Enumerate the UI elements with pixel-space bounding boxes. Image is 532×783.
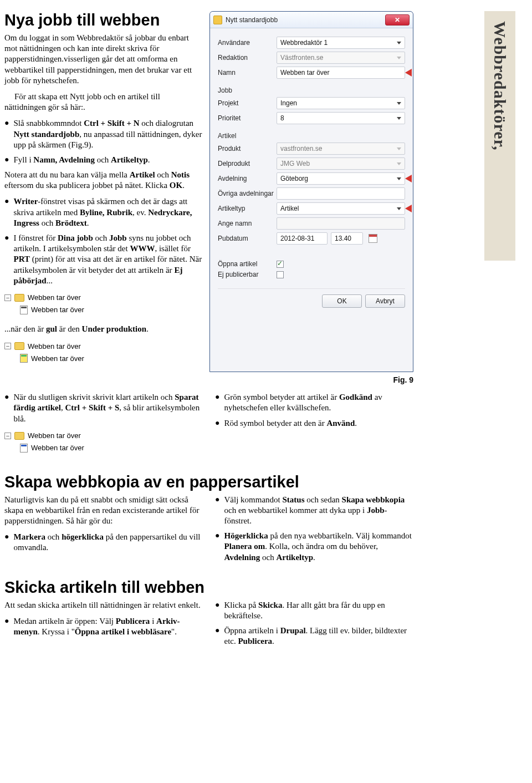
bullet-icon: ● (215, 392, 219, 413)
lbl-ejpub: Ej publicerbar (218, 271, 277, 278)
tree-3: –Webben tar över Webben tar över (4, 430, 203, 454)
bullet-icon: ● (4, 233, 9, 286)
bullet-text: I fönstret för Dina jobb och Jobb syns n… (13, 233, 203, 286)
side-tab: Webbredaktörer, (484, 11, 515, 261)
lbl-pubdatum: Pubdatum (218, 235, 277, 242)
input-delprodukt: JMG Web (277, 157, 405, 170)
bullet-sk3: ● Högerklicka på den nya webbartikeln. V… (215, 531, 413, 563)
tree-collapse-icon[interactable]: – (4, 433, 11, 439)
required-marker-icon (405, 205, 412, 212)
input-pubtime[interactable]: 13.40 (331, 232, 363, 245)
article-blue-icon (20, 444, 28, 452)
bullet-text: Grön symbol betyder att artikel är Godkä… (224, 392, 413, 413)
input-ovriga[interactable] (277, 187, 405, 200)
skicka-intro: Att sedan skicka artikeln till nättidnin… (4, 600, 203, 611)
chevron-down-icon (397, 177, 401, 180)
tree-row[interactable]: –Webben tar över (4, 340, 203, 352)
bullet-text: Högerklicka på den nya webbartikeln. Väl… (224, 531, 413, 563)
input-artikeltyp[interactable]: Artikel (277, 202, 405, 215)
bullet-sa2: ● Klicka på Skicka. Har allt gått bra få… (215, 600, 413, 621)
chevron-down-icon (397, 162, 401, 165)
bullet-text: Writer-fönstret visas på skärmen och det… (13, 196, 203, 228)
bullet-icon: ● (215, 600, 219, 621)
bullet-text: Markera och högerklicka på den pappersar… (13, 532, 203, 553)
bullet-text: Slå snabbkommndot Ctrl + Skift + N och d… (13, 118, 203, 150)
note-2: Notera att du nu bara kan välja mella Ar… (4, 170, 203, 191)
input-prioritet[interactable]: 8 (277, 112, 405, 124)
lbl-redaktion: Redaktion (218, 54, 277, 62)
tree-row[interactable]: Webben tar över (4, 442, 203, 454)
checkbox-ejpub[interactable] (277, 271, 284, 278)
lbl-produkt: Produkt (218, 145, 277, 152)
bullet-text: Öppna artikeln i Drupal. Lägg till ev. b… (224, 626, 413, 647)
chevron-down-icon (397, 148, 401, 150)
lbl-prioritet: Prioritet (218, 114, 277, 122)
bullet-icon: ● (4, 392, 9, 424)
bullet-icon: ● (4, 196, 9, 228)
lbl-angenamn: Ange namn (218, 220, 277, 227)
lbl-anvandare: Användare (218, 39, 277, 47)
bullet-text: När du slutligen skrivit skrivit klart a… (13, 392, 203, 424)
lbl-oppna: Öppna artikel (218, 260, 277, 268)
lbl-namn: Namn (218, 69, 277, 77)
bullet-text: Röd symbol betyder att den är Använd. (224, 418, 413, 429)
dialog-title: Nytt standardjobb (226, 16, 278, 24)
input-anvandare[interactable]: Webbredaktör 1 (277, 37, 405, 49)
side-tab-label: Webbredaktörer, (490, 21, 509, 261)
bullet-4: ● I fönstret för Dina jobb och Jobb syns… (4, 233, 203, 286)
dialog-app-icon (213, 16, 222, 24)
calendar-icon[interactable] (369, 234, 377, 243)
intro-para: Om du loggat in som Webbredaktör så jobb… (4, 33, 203, 86)
bullet-sa3: ● Öppna artikeln i Drupal. Lägg till ev.… (215, 626, 413, 647)
bullet-7: ● Röd symbol betyder att den är Använd. (215, 418, 413, 429)
chevron-down-icon (397, 42, 401, 44)
tree-row[interactable]: Webben tar över (4, 304, 203, 316)
folder-icon (14, 432, 24, 440)
bullet-sa1: ● Medan artikeln är öppen: Välj Publicer… (4, 616, 203, 637)
heading-skapa: Skapa webbkopia av en pappersartikel (4, 473, 413, 491)
bullet-1: ● Slå snabbkommndot Ctrl + Skift + N och… (4, 118, 203, 150)
lbl-projekt: Projekt (218, 99, 277, 107)
lbl-ovriga: Övriga avdelningar (218, 190, 277, 197)
close-icon[interactable]: ✕ (385, 14, 410, 26)
bullet-5: ● När du slutligen skrivit skrivit klart… (4, 392, 203, 424)
bullet-2: ● Fyll i Namn, Avdelning och Artikeltyp. (4, 155, 203, 165)
bullet-text: Välj kommandot Status och sedan Skapa we… (224, 495, 413, 527)
bullet-icon: ● (215, 531, 219, 563)
folder-icon (14, 342, 24, 350)
bullet-sk1: ● Markera och högerklicka på den pappers… (4, 532, 203, 553)
cancel-button[interactable]: Avbryt (365, 294, 405, 308)
section-jobb: Jobb (218, 87, 405, 94)
dialog-titlebar: Nytt standardjobb ✕ (210, 12, 413, 28)
dialog-nytt-standardjobb: Nytt standardjobb ✕ AnvändareWebbredaktö… (209, 11, 413, 372)
tree-collapse-icon[interactable]: – (4, 343, 11, 349)
input-namn[interactable]: Webben tar över (277, 67, 405, 79)
bullet-icon: ● (4, 155, 9, 165)
tree-collapse-icon[interactable]: – (4, 294, 11, 301)
bullet-sk2: ● Välj kommandot Status och sedan Skapa … (215, 495, 413, 527)
input-pubdate[interactable]: 2012-08-31 (277, 232, 328, 245)
lbl-delprodukt: Delprodukt (218, 160, 277, 167)
heading-skicka: Skicka artikeln till webben (4, 578, 413, 597)
checkbox-oppna[interactable] (277, 261, 284, 268)
required-marker-icon (405, 175, 412, 182)
input-avdelning[interactable]: Göteborg (277, 172, 405, 185)
tree-row[interactable]: –Webben tar över (4, 430, 203, 442)
input-redaktion: Västfronten.se (277, 52, 405, 64)
tree-row[interactable]: –Webben tar över (4, 292, 203, 304)
lbl-artikeltyp: Artikeltyp (218, 205, 277, 212)
folder-icon (14, 294, 24, 302)
required-marker-icon (405, 69, 412, 77)
ok-button[interactable]: OK (322, 294, 362, 308)
under-prod: ...när den är gul är den Under produktio… (4, 324, 203, 334)
bullet-icon: ● (215, 418, 219, 429)
input-produkt: vastfronten.se (277, 143, 405, 155)
input-projekt[interactable]: Ingen (277, 97, 405, 109)
input-angenamn (277, 217, 405, 230)
tree-2: –Webben tar över Webben tar över (4, 340, 203, 364)
chevron-down-icon (397, 117, 401, 120)
bullet-text: Medan artikeln är öppen: Välj Publicera … (13, 616, 203, 637)
bullet-icon: ● (4, 118, 9, 150)
skapa-intro: Naturligtvis kan du på ett snabbt och sm… (4, 495, 203, 527)
tree-row[interactable]: Webben tar över (4, 352, 203, 364)
